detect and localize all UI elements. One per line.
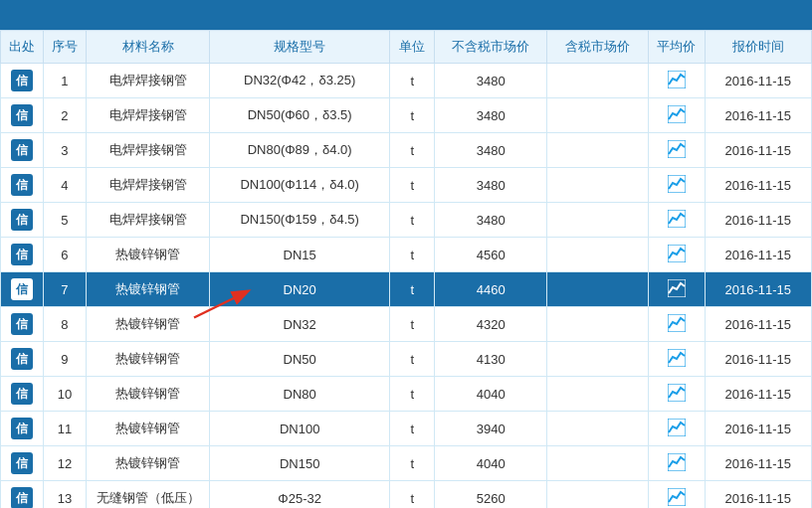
chart-icon[interactable] (668, 318, 686, 335)
avg-cell[interactable] (649, 481, 706, 509)
table-row[interactable]: 信6热镀锌钢管DN15t4560 2016-11-15 (1, 238, 812, 272)
source-button[interactable]: 信 (11, 487, 33, 508)
avg-cell[interactable] (649, 446, 706, 481)
spec-cell: DN100(Φ114，δ4.0) (210, 168, 390, 203)
chart-icon[interactable] (668, 423, 686, 439)
avg-cell[interactable] (649, 342, 706, 377)
col-header-unit: 单位 (390, 31, 435, 64)
source-cell: 信 (1, 238, 44, 272)
spec-cell: DN32 (210, 307, 390, 342)
table-row[interactable]: 信3电焊焊接钢管DN80(Φ89，δ4.0)t3480 2016-11-15 (1, 133, 812, 168)
col-header-price-inc: 含税市场价 (547, 31, 649, 64)
price-inc-cell (547, 168, 649, 203)
price-ex-cell: 3480 (435, 64, 547, 98)
price-inc-cell (547, 272, 649, 307)
col-header-date: 报价时间 (705, 31, 811, 64)
price-ex-cell: 4040 (435, 446, 547, 481)
source-button[interactable]: 信 (11, 313, 33, 335)
source-button[interactable]: 信 (11, 418, 33, 439)
price-inc-cell (547, 64, 649, 98)
table-row[interactable]: 信1电焊焊接钢管DN32(Φ42，δ3.25)t3480 2016-11-15 (1, 64, 812, 98)
source-button[interactable]: 信 (11, 452, 33, 474)
index-cell: 12 (43, 446, 86, 481)
table-header-row: 出处 序号 材料名称 规格型号 单位 不含税市场价 含税市场价 平均价 报价时间 (1, 31, 812, 64)
source-button[interactable]: 信 (11, 104, 33, 126)
table-row[interactable]: 信5电焊焊接钢管DN150(Φ159，δ4.5)t3480 2016-11-15 (1, 203, 812, 238)
price-ex-cell: 3940 (435, 412, 547, 446)
table-wrapper: 出处 序号 材料名称 规格型号 单位 不含税市场价 含税市场价 平均价 报价时间… (0, 30, 812, 508)
date-cell: 2016-11-15 (705, 412, 811, 446)
index-cell: 8 (43, 307, 86, 342)
source-cell: 信 (1, 168, 44, 203)
table-row[interactable]: 信8热镀锌钢管DN32t4320 2016-11-15 (1, 307, 812, 342)
table-row[interactable]: 信11热镀锌钢管DN100t3940 2016-11-15 (1, 412, 812, 446)
name-cell: 热镀锌钢管 (86, 412, 209, 446)
avg-cell[interactable] (649, 133, 706, 168)
source-button[interactable]: 信 (11, 139, 33, 161)
source-button[interactable]: 信 (11, 278, 33, 300)
chart-icon[interactable] (668, 457, 686, 474)
chart-icon[interactable] (668, 109, 686, 126)
index-cell: 4 (43, 168, 86, 203)
source-button[interactable]: 信 (11, 70, 33, 91)
index-cell: 6 (43, 238, 86, 272)
avg-cell[interactable] (649, 377, 706, 412)
price-inc-cell (547, 238, 649, 272)
unit-cell: t (390, 238, 435, 272)
avg-cell[interactable] (649, 168, 706, 203)
source-button[interactable]: 信 (11, 209, 33, 231)
table-row[interactable]: 信10热镀锌钢管DN80t4040 2016-11-15 (1, 377, 812, 412)
avg-cell[interactable] (649, 272, 706, 307)
index-cell: 11 (43, 412, 86, 446)
name-cell: 热镀锌钢管 (86, 342, 209, 377)
spec-cell: DN32(Φ42，δ3.25) (210, 64, 390, 98)
source-button[interactable]: 信 (11, 348, 33, 370)
avg-cell[interactable] (649, 64, 706, 98)
spec-cell: DN80 (210, 377, 390, 412)
chart-icon[interactable] (668, 492, 686, 509)
date-cell: 2016-11-15 (705, 272, 811, 307)
source-cell: 信 (1, 64, 44, 98)
date-cell: 2016-11-15 (705, 342, 811, 377)
source-button[interactable]: 信 (11, 383, 33, 405)
source-button[interactable]: 信 (11, 244, 33, 265)
spec-cell: DN15 (210, 238, 390, 272)
table-row[interactable]: 信9热镀锌钢管DN50t4130 2016-11-15 (1, 342, 812, 377)
date-cell: 2016-11-15 (705, 377, 811, 412)
index-cell: 10 (43, 377, 86, 412)
chart-icon[interactable] (668, 388, 686, 405)
table-row[interactable]: 信13无缝钢管（低压）Φ25-32t5260 2016-11-15 (1, 481, 812, 509)
chart-icon[interactable] (668, 283, 686, 300)
price-ex-cell: 5260 (435, 481, 547, 509)
chart-icon[interactable] (668, 353, 686, 370)
date-cell: 2016-11-15 (705, 446, 811, 481)
chart-icon[interactable] (668, 144, 686, 161)
avg-cell[interactable] (649, 203, 706, 238)
source-cell: 信 (1, 203, 44, 238)
spec-cell: DN150(Φ159，δ4.5) (210, 203, 390, 238)
chart-icon[interactable] (668, 249, 686, 265)
table-row[interactable]: 信2电焊焊接钢管DN50(Φ60，δ3.5)t3480 2016-11-15 (1, 98, 812, 133)
col-header-name: 材料名称 (86, 31, 209, 64)
avg-cell[interactable] (649, 98, 706, 133)
price-inc-cell (547, 98, 649, 133)
table-row[interactable]: 信7热镀锌钢管DN20t4460 2016-11-15 (1, 272, 812, 307)
name-cell: 电焊焊接钢管 (86, 98, 209, 133)
avg-cell[interactable] (649, 412, 706, 446)
source-cell: 信 (1, 412, 44, 446)
chart-icon[interactable] (668, 214, 686, 231)
table-row[interactable]: 信12热镀锌钢管DN150t4040 2016-11-15 (1, 446, 812, 481)
spec-cell: DN50 (210, 342, 390, 377)
source-button[interactable]: 信 (11, 174, 33, 196)
name-cell: 热镀锌钢管 (86, 446, 209, 481)
avg-cell[interactable] (649, 238, 706, 272)
col-header-spec: 规格型号 (210, 31, 390, 64)
unit-cell: t (390, 64, 435, 98)
chart-icon[interactable] (668, 179, 686, 196)
table-row[interactable]: 信4电焊焊接钢管DN100(Φ114，δ4.0)t3480 2016-11-15 (1, 168, 812, 203)
chart-icon[interactable] (668, 75, 686, 91)
date-cell: 2016-11-15 (705, 98, 811, 133)
index-cell: 7 (43, 272, 86, 307)
avg-cell[interactable] (649, 307, 706, 342)
name-cell: 无缝钢管（低压） (86, 481, 209, 509)
